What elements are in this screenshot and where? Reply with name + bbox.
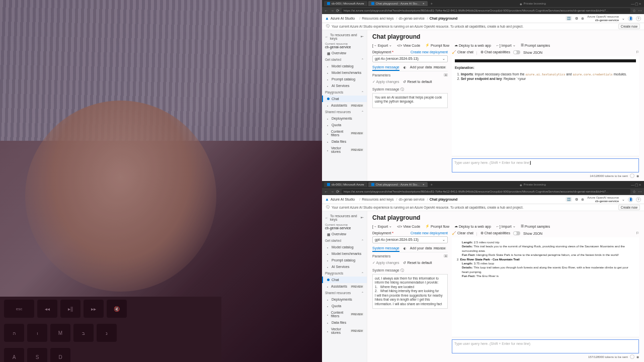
- json-toggle[interactable]: [513, 50, 520, 54]
- new-tab-button[interactable]: +: [429, 2, 435, 6]
- expand-icon[interactable]: ⊞: [444, 73, 448, 76]
- export-button[interactable]: [→Export ⌄: [372, 43, 392, 47]
- sidebar-prompt-catalog[interactable]: ▫Prompt catalog: [322, 257, 367, 263]
- sidebar-vector-stores[interactable]: ▫Vector storesPREVIEW: [322, 145, 367, 155]
- url-field[interactable]: https://ai.azure.com/playground/chat?wsi…: [342, 8, 630, 13]
- star-icon[interactable]: ☆: [632, 9, 636, 13]
- back-icon[interactable]: ←: [324, 9, 328, 13]
- send-icon[interactable]: ◉: [636, 174, 639, 177]
- view-code-button[interactable]: </>View Code: [397, 43, 420, 47]
- gear-icon[interactable]: ⚙: [575, 17, 578, 21]
- info-icon[interactable]: ⓘ: [400, 87, 404, 91]
- avatar[interactable]: 👤: [628, 16, 633, 21]
- parameters-row[interactable]: Parameters⊞: [372, 73, 448, 77]
- sidebar-vector-stores[interactable]: ▫Vector storesPREVIEW: [322, 326, 367, 336]
- star-icon[interactable]: ☆: [632, 190, 636, 194]
- sidebar-data-files[interactable]: ▫Data files: [322, 138, 367, 145]
- reset-button[interactable]: ↺ Reset to default: [403, 261, 432, 265]
- sidebar-group-getstarted[interactable]: Get started⌃: [322, 56, 367, 63]
- sidebar-back[interactable]: ←To resources and keys⇤: [322, 213, 367, 222]
- reset-button[interactable]: ↺ Reset to default: [403, 80, 432, 84]
- send-icon[interactable]: ◉: [636, 355, 639, 358]
- browser-tab[interactable]: cb-003 | Microsoft Azure: [324, 1, 367, 6]
- sidebar-quota[interactable]: ▫Quota: [322, 122, 367, 128]
- window-controls[interactable]: —▢×: [631, 2, 642, 5]
- clear-chat-button[interactable]: 🧹 Clear chat: [452, 50, 473, 54]
- sidebar-assistants[interactable]: ▫AssistantsPREVIEW: [322, 102, 367, 109]
- parameters-row[interactable]: Parameters⊞: [372, 254, 448, 258]
- chat-capabilities-button[interactable]: ⚙ Chat capabilities: [480, 50, 510, 54]
- browser-tab[interactable]: cb-003 | Microsoft Azure: [324, 182, 367, 187]
- sidebar-deployments[interactable]: ▫Deployments: [322, 115, 367, 122]
- sidebar-group-getstarted[interactable]: Get started⌃: [322, 237, 367, 244]
- samples-button[interactable]: ☰Prompt samples: [521, 43, 550, 47]
- sidebar-content-filters[interactable]: ▫Content filtersPREVIEW: [322, 309, 367, 319]
- sidebar-overview[interactable]: ▦Overview: [322, 50, 367, 56]
- resource-info[interactable]: Azure OpenAI resource cb-genai-service: [587, 15, 619, 22]
- sidebar-model-catalog[interactable]: ▫Model catalog: [322, 63, 367, 69]
- lang-badge[interactable]: 🔤: [566, 16, 572, 21]
- sidebar-chat[interactable]: Chat: [322, 96, 367, 102]
- crumb[interactable]: cb-genai-service: [398, 17, 424, 20]
- prompt-flow-button[interactable]: ⚡Prompt flow: [425, 43, 449, 47]
- browser-tab-active[interactable]: Chat playground - Azure AI Stu...×: [368, 1, 428, 6]
- view-code-button[interactable]: </>View Code: [397, 224, 420, 228]
- sidebar-data-files[interactable]: ▫Data files: [322, 319, 367, 326]
- reload-icon[interactable]: ⟳: [336, 9, 340, 13]
- create-deployment-link[interactable]: Create new deployment: [411, 231, 448, 235]
- deployment-select[interactable]: gpt-4o (version:2024-05-13)⌄: [372, 236, 448, 243]
- sidebar-model-catalog[interactable]: ▫Model catalog: [322, 244, 367, 250]
- tab-system-message[interactable]: System message: [372, 246, 399, 252]
- tab-system-message[interactable]: System message: [372, 65, 399, 71]
- sidebar-group-playgrounds[interactable]: Playgrounds⌃: [322, 89, 367, 96]
- sidebar-deployments[interactable]: ▫Deployments: [322, 296, 367, 303]
- samples-button[interactable]: ☰Prompt samples: [521, 224, 550, 228]
- sidebar-group-shared[interactable]: Shared resources⌃: [322, 290, 367, 296]
- json-toggle[interactable]: [513, 231, 520, 235]
- deployment-select[interactable]: gpt-4o (version:2024-05-13)⌄: [372, 55, 448, 62]
- close-icon[interactable]: ×: [423, 183, 425, 186]
- chevron-down-icon[interactable]: ⌄: [622, 17, 625, 21]
- chat-capabilities-button[interactable]: ⚙ Chat capabilities: [480, 231, 510, 235]
- new-tab-button[interactable]: +: [429, 183, 435, 187]
- create-now-button[interactable]: Create now: [618, 205, 640, 210]
- import-button[interactable]: ←]Import ⌄: [496, 224, 516, 228]
- deploy-button[interactable]: ☁Deploy to a web app: [454, 224, 491, 228]
- sidebar-model-benchmarks[interactable]: ▫Model benchmarks: [322, 250, 367, 257]
- avatar[interactable]: 👤: [628, 197, 633, 202]
- sidebar-ai-services[interactable]: ▫AI Services: [322, 82, 367, 89]
- close-icon[interactable]: ×: [423, 2, 425, 5]
- chevron-down-icon[interactable]: ⌄: [622, 198, 625, 202]
- reload-icon[interactable]: ⟳: [336, 190, 340, 194]
- help-icon[interactable]: ?: [636, 197, 641, 202]
- mic-icon[interactable]: [630, 354, 634, 359]
- export-button[interactable]: [→Export ⌄: [372, 224, 392, 228]
- tab-add-data[interactable]: Add your dataPREVIEW: [410, 65, 447, 71]
- sidebar-group-shared[interactable]: Shared resources⌃: [322, 109, 367, 115]
- system-message-textarea[interactable]: You are an AI assistant that helps peopl…: [372, 93, 448, 108]
- prompt-flow-button[interactable]: ⚡Prompt flow: [425, 224, 449, 228]
- sidebar-group-playgrounds[interactable]: Playgrounds⌃: [322, 270, 367, 277]
- chat-input[interactable]: Type user query here. (Shift + Enter for…: [452, 158, 639, 172]
- help-icon[interactable]: ?: [636, 16, 641, 21]
- studio-name[interactable]: Azure AI Studio: [331, 17, 355, 20]
- flag-icon[interactable]: ⚐: [636, 231, 639, 235]
- back-icon[interactable]: ←: [324, 190, 328, 194]
- create-deployment-link[interactable]: Create new deployment: [411, 50, 448, 54]
- sidebar-back[interactable]: ←To resources and keys⇤: [322, 32, 367, 41]
- lang-badge[interactable]: 🔤: [566, 197, 572, 202]
- menu-icon[interactable]: ⋯: [638, 190, 642, 194]
- import-button[interactable]: ←]Import ⌄: [496, 43, 516, 47]
- sidebar-model-benchmarks[interactable]: ▫Model benchmarks: [322, 69, 367, 76]
- expand-icon[interactable]: ⊞: [444, 254, 448, 257]
- sidebar-ai-services[interactable]: ▫AI Services: [322, 263, 367, 270]
- tab-add-data[interactable]: Add your dataPREVIEW: [410, 246, 447, 252]
- create-now-button[interactable]: Create now: [618, 24, 640, 29]
- sidebar-quota[interactable]: ▫Quota: [322, 303, 367, 309]
- sidebar-prompt-catalog[interactable]: ▫Prompt catalog: [322, 76, 367, 82]
- system-message-textarea[interactable]: out, I always ask them for this informat…: [372, 274, 448, 309]
- resource-info[interactable]: Azure OpenAI resourcecb-genai-service: [587, 196, 619, 203]
- mic-icon[interactable]: [630, 173, 634, 178]
- menu-icon[interactable]: ⋯: [638, 9, 642, 13]
- collapse-icon[interactable]: ⇤: [361, 216, 364, 220]
